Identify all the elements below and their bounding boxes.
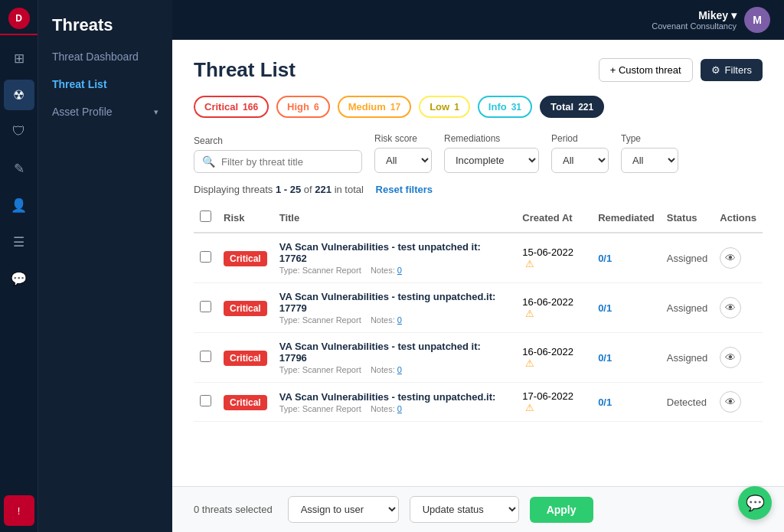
row-checkbox-1[interactable] bbox=[200, 301, 211, 312]
row-checkbox-cell bbox=[194, 333, 217, 383]
sidebar-item-label: Threat List bbox=[52, 78, 107, 90]
user-company: Covenant Consultancy bbox=[652, 21, 737, 31]
table-header-row: Risk Title Created At Remediated Status … bbox=[194, 203, 763, 233]
row-checkbox-cell bbox=[194, 283, 217, 333]
row-risk-1: Critical bbox=[217, 283, 273, 333]
row-status-1: Assigned bbox=[661, 283, 714, 333]
row-risk-0: Critical bbox=[217, 233, 273, 283]
notes-link-0[interactable]: 0 bbox=[397, 266, 402, 275]
badge-low[interactable]: Low 1 bbox=[419, 96, 470, 118]
edit-icon[interactable]: ✎ bbox=[4, 153, 34, 184]
badge-high[interactable]: High 6 bbox=[276, 96, 330, 118]
risk-badge-2: Critical bbox=[224, 351, 267, 366]
type-select[interactable]: All bbox=[621, 148, 678, 173]
apply-button[interactable]: Apply bbox=[530, 497, 593, 523]
remediations-select[interactable]: Incomplete bbox=[444, 148, 539, 173]
row-title-3: VA Scan Vulnerabilities - testing unpatc… bbox=[273, 383, 517, 422]
row-status-2: Assigned bbox=[661, 333, 714, 383]
row-title-2: VA Scan Vulnerabilities - test unpatched… bbox=[273, 333, 517, 383]
remediated-link-1[interactable]: 0/1 bbox=[598, 302, 612, 314]
col-title: Title bbox=[273, 203, 517, 233]
chat-bubble-button[interactable]: 💬 bbox=[738, 486, 772, 520]
search-input[interactable] bbox=[221, 156, 354, 168]
remediations-label: Remediations bbox=[444, 133, 539, 144]
table-row: Critical VA Scan Vulnerabilities - testi… bbox=[194, 383, 763, 422]
logo-icon: D bbox=[8, 8, 30, 29]
status-badge-0: Assigned bbox=[667, 253, 707, 264]
badge-info[interactable]: Info 31 bbox=[478, 96, 532, 118]
threat-title-2[interactable]: VA Scan Vulnerabilities - test unpatched… bbox=[279, 341, 511, 364]
search-label: Search bbox=[194, 135, 362, 146]
sidebar-item-asset-profile[interactable]: Asset Profile ▾ bbox=[38, 98, 172, 126]
view-button-3[interactable]: 👁 bbox=[720, 391, 741, 413]
threats-icon[interactable]: ☢ bbox=[4, 80, 34, 110]
view-button-1[interactable]: 👁 bbox=[720, 297, 741, 318]
filter-icon: ⚙ bbox=[711, 64, 720, 76]
sidebar-item-threat-dashboard[interactable]: Threat Dashboard bbox=[38, 43, 172, 70]
period-select[interactable]: All bbox=[551, 148, 609, 173]
page-title: Threat List bbox=[194, 58, 296, 82]
period-filter-group: Period All bbox=[551, 133, 609, 173]
threat-meta-3: Type: Scanner Report Notes: 0 bbox=[279, 404, 511, 413]
threat-meta-0: Type: Scanner Report Notes: 0 bbox=[279, 266, 511, 275]
row-created-2: 16-06-2022 ⚠ bbox=[516, 333, 592, 383]
select-all-checkbox[interactable] bbox=[200, 211, 211, 222]
row-checkbox-2[interactable] bbox=[200, 351, 211, 362]
list-icon[interactable]: ☰ bbox=[4, 227, 34, 257]
row-actions-0: 👁 bbox=[714, 233, 763, 283]
avatar[interactable]: M bbox=[744, 7, 770, 33]
chat-sidebar-icon[interactable]: 💬 bbox=[4, 263, 34, 294]
notes-link-3[interactable]: 0 bbox=[397, 404, 402, 413]
row-risk-2: Critical bbox=[217, 333, 273, 383]
assign-to-user-select[interactable]: Assign to user bbox=[288, 496, 399, 523]
badge-critical[interactable]: Critical 166 bbox=[194, 96, 269, 118]
threat-meta-1: Type: Scanner Report Notes: 0 bbox=[279, 315, 511, 325]
view-button-2[interactable]: 👁 bbox=[720, 347, 741, 368]
reset-filters-link[interactable]: Reset filters bbox=[376, 184, 433, 195]
notes-link-1[interactable]: 0 bbox=[397, 315, 402, 325]
search-box: 🔍 bbox=[194, 150, 362, 173]
col-risk: Risk bbox=[217, 203, 273, 233]
threat-title-1[interactable]: VA Scan Vulnerabilities - testing unpatc… bbox=[279, 291, 511, 314]
row-remediated-2: 0/1 bbox=[592, 333, 661, 383]
risk-badge-3: Critical bbox=[224, 395, 267, 410]
main-content: Mikey ▾ Covenant Consultancy M Threat Li… bbox=[172, 0, 784, 532]
badge-medium[interactable]: Medium 17 bbox=[338, 96, 411, 118]
notes-link-2[interactable]: 0 bbox=[397, 365, 402, 374]
filters-row: Search 🔍 Risk score All Remediations Inc… bbox=[194, 133, 763, 173]
users-icon[interactable]: 👤 bbox=[4, 190, 34, 220]
header-actions: + Custom threat ⚙ Filters bbox=[599, 58, 763, 82]
risk-badge-0: Critical bbox=[224, 251, 267, 266]
alert-icon[interactable]: ! bbox=[4, 495, 34, 526]
warn-icon-1: ⚠ bbox=[525, 308, 534, 319]
row-checkbox-0[interactable] bbox=[200, 251, 211, 263]
shield-icon[interactable]: 🛡 bbox=[4, 116, 34, 147]
sidebar-item-label: Threat Dashboard bbox=[52, 51, 139, 63]
remediated-link-3[interactable]: 0/1 bbox=[598, 397, 612, 408]
warn-icon-3: ⚠ bbox=[525, 402, 534, 413]
threat-title-0[interactable]: VA Scan Vulnerabilities - test unpatched… bbox=[279, 241, 511, 264]
row-checkbox-3[interactable] bbox=[200, 395, 211, 406]
status-badge-1: Assigned bbox=[667, 302, 707, 314]
sidebar-item-threat-list[interactable]: Threat List bbox=[38, 70, 172, 98]
risk-score-label: Risk score bbox=[374, 133, 432, 144]
row-actions-2: 👁 bbox=[714, 333, 763, 383]
col-checkbox bbox=[194, 203, 217, 233]
threat-title-3[interactable]: VA Scan Vulnerabilities - testing unpatc… bbox=[279, 391, 511, 403]
remediated-link-2[interactable]: 0/1 bbox=[598, 352, 612, 364]
filters-button[interactable]: ⚙ Filters bbox=[701, 59, 763, 81]
row-remediated-1: 0/1 bbox=[592, 283, 661, 333]
user-name[interactable]: Mikey ▾ bbox=[652, 9, 737, 21]
update-status-select[interactable]: Update status bbox=[410, 496, 519, 523]
badge-total[interactable]: Total 221 bbox=[540, 96, 604, 118]
dashboard-icon[interactable]: ⊞ bbox=[4, 43, 34, 73]
content-area: Threat List + Custom threat ⚙ Filters Cr… bbox=[172, 40, 784, 486]
view-button-0[interactable]: 👁 bbox=[720, 247, 741, 269]
warn-icon-0: ⚠ bbox=[525, 258, 534, 269]
custom-threat-button[interactable]: + Custom threat bbox=[599, 58, 693, 82]
sidebar-item-label: Asset Profile bbox=[52, 106, 113, 118]
nav-section-title: Threats bbox=[38, 0, 172, 43]
risk-score-select[interactable]: All bbox=[374, 148, 432, 173]
risk-badge-1: Critical bbox=[224, 301, 267, 316]
remediated-link-0[interactable]: 0/1 bbox=[598, 253, 612, 264]
